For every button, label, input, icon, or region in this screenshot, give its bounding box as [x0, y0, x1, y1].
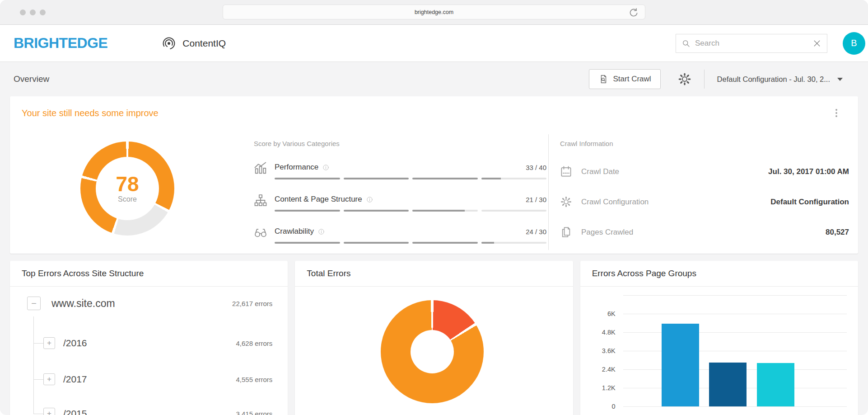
y-axis-tick-label: 4.8K	[587, 329, 616, 336]
brightedge-logo: BRIGHTEDGE	[14, 35, 107, 52]
pages-icon	[560, 226, 572, 238]
search-input[interactable]	[694, 38, 812, 48]
tree-node-errors: 4,555 errors	[236, 376, 272, 383]
category-label: Crawlability	[275, 227, 314, 236]
gear-icon	[560, 196, 572, 208]
crawl-configuration-label: Crawl Configuration	[581, 198, 649, 207]
product-name: ContentIQ	[182, 38, 226, 49]
tree-node-errors: 4,628 errors	[236, 340, 272, 347]
contentiq-brand: ContentIQ	[162, 36, 226, 51]
address-bar[interactable]: brightedge.com	[223, 5, 645, 19]
expand-toggle-icon[interactable]: +	[43, 408, 55, 415]
toolbar-divider	[704, 70, 705, 89]
url-text: brightedge.com	[415, 9, 453, 15]
browser-window: brightedge.com BRIGHTEDGE ContentIQ	[0, 0, 868, 415]
category-row-performance: Performance 33 / 40	[254, 163, 546, 179]
tree-row-root[interactable]: − www.site.com 22,617 errors	[27, 297, 272, 310]
contentiq-radar-icon	[162, 36, 176, 51]
gridline	[623, 406, 847, 407]
binoculars-icon	[254, 226, 267, 239]
total-errors-card: Total Errors	[295, 261, 573, 415]
collapse-toggle-icon[interactable]: −	[27, 297, 41, 310]
card-kebab-menu-icon[interactable]	[834, 107, 839, 119]
gridline	[623, 332, 847, 333]
app-header: BRIGHTEDGE ContentIQ B	[0, 25, 868, 62]
info-icon[interactable]	[322, 164, 329, 171]
window-close-button[interactable]	[20, 9, 26, 15]
card-section-divider	[548, 134, 549, 250]
score-card-title: Your site still needs some improve	[22, 108, 159, 118]
info-icon[interactable]	[318, 228, 325, 235]
crawl-information-section: Crawl Information Crawl Date Jul. 30, 20…	[560, 140, 849, 238]
start-crawl-label: Start Crawl	[613, 75, 651, 84]
crawl-config-dropdown-label: Default Configuration - Jul. 30, 2...	[717, 75, 830, 84]
y-axis-tick-label: 2.4K	[587, 366, 616, 373]
start-crawl-button[interactable]: Start Crawl	[589, 69, 661, 89]
search-icon	[681, 39, 691, 48]
page-title: Overview	[14, 74, 49, 84]
category-progress-bar	[275, 178, 546, 179]
tree-node-label: /2015	[63, 408, 87, 415]
info-icon[interactable]	[366, 196, 373, 203]
card-title: Total Errors	[295, 261, 573, 287]
sitemap-icon	[254, 193, 267, 207]
crawl-info-header: Crawl Information	[560, 140, 849, 147]
site-structure-tree: − www.site.com 22,617 errors + /2016 4,6…	[10, 287, 288, 415]
bar[interactable]	[757, 363, 794, 406]
tree-row-child[interactable]: + /2016 4,628 errors	[33, 337, 272, 349]
tree-node-errors: 3,415 errors	[236, 410, 272, 415]
gridline	[623, 314, 847, 314]
browser-chrome: brightedge.com	[0, 0, 868, 25]
crawl-settings-gear-icon[interactable]	[678, 72, 691, 86]
performance-chart-icon	[254, 161, 267, 175]
search-clear-icon[interactable]	[812, 39, 821, 48]
tree-node-label: www.site.com	[51, 297, 115, 310]
window-zoom-button[interactable]	[40, 9, 46, 15]
refresh-icon[interactable]	[628, 7, 639, 19]
categories-header: Score by Various Categories	[254, 140, 546, 147]
errors-page-groups-card: Errors Across Page Groups 01.2K2.4K3.6K4…	[580, 261, 858, 415]
pages-crawled-label: Pages Crawled	[581, 228, 633, 237]
pages-crawled-row: Pages Crawled 80,527	[560, 226, 849, 238]
global-search[interactable]	[676, 34, 827, 53]
site-score-gauge: 78 Score	[80, 141, 174, 236]
window-controls[interactable]	[20, 9, 46, 15]
expand-toggle-icon[interactable]: +	[43, 373, 55, 385]
bar[interactable]	[662, 324, 699, 406]
category-progress-bar	[275, 242, 546, 244]
crawl-config-dropdown[interactable]: Default Configuration - Jul. 30, 2...	[717, 75, 843, 84]
window-minimize-button[interactable]	[30, 9, 36, 15]
gridline	[623, 295, 847, 296]
total-errors-donut-chart[interactable]	[381, 300, 484, 403]
tree-connector-line	[33, 316, 34, 414]
page-groups-bar-chart: 01.2K2.4K3.6K4.8K6K	[580, 287, 858, 415]
tree-row-child[interactable]: + /2017 4,555 errors	[33, 373, 272, 385]
category-progress-bar	[275, 210, 546, 212]
crawl-configuration-value: Default Configuration	[770, 198, 849, 207]
tree-row-child[interactable]: + /2015 3,415 errors	[33, 408, 272, 415]
overview-toolbar: Overview Start Crawl	[0, 62, 868, 96]
tree-node-label: /2017	[63, 374, 87, 385]
top-errors-site-structure-card: Top Errors Across Site Structure − www.s…	[10, 261, 288, 415]
bar[interactable]	[709, 363, 747, 406]
expand-toggle-icon[interactable]: +	[43, 337, 55, 349]
category-label: Content & Page Structure	[275, 195, 362, 204]
site-score-value: 78	[116, 174, 139, 194]
bottom-cards-row: Top Errors Across Site Structure − www.s…	[10, 261, 858, 415]
crawl-page-search-icon	[598, 74, 608, 84]
y-axis-tick-label: 0	[587, 403, 616, 410]
site-score-label: Score	[118, 195, 137, 203]
pages-crawled-value: 80,527	[826, 228, 849, 237]
y-axis-tick-label: 3.6K	[587, 347, 616, 354]
site-score-card: Your site still needs some improve 78 Sc…	[10, 96, 858, 254]
score-categories-section: Score by Various Categories Performance	[254, 140, 546, 244]
card-title: Errors Across Page Groups	[580, 261, 858, 287]
category-row-crawlability: Crawlability 24 / 30	[254, 227, 546, 244]
calendar-icon	[560, 165, 572, 178]
crawl-date-value: Jul. 30, 2017 01:00 AM	[768, 167, 849, 176]
card-title: Top Errors Across Site Structure	[10, 261, 288, 287]
chevron-down-icon	[837, 78, 843, 81]
user-avatar[interactable]: B	[843, 32, 865, 55]
gridline	[623, 351, 847, 351]
y-axis-tick-label: 6K	[587, 310, 616, 317]
